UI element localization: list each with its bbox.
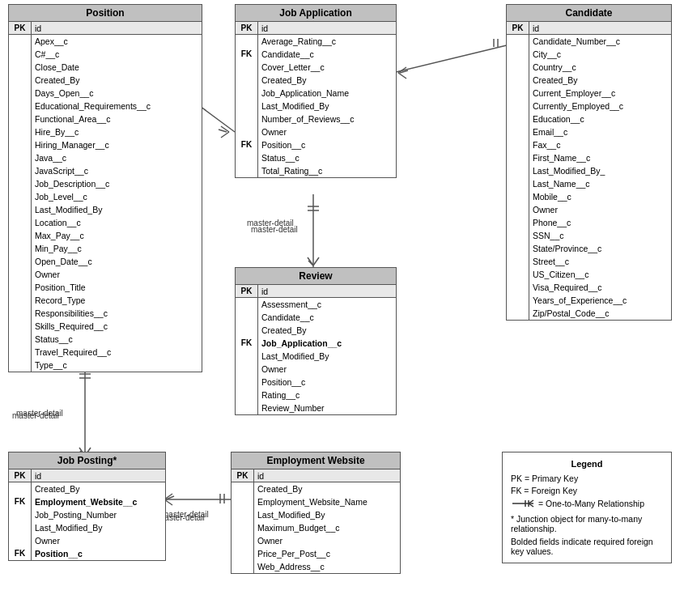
ja-field-status: Status__c bbox=[258, 151, 396, 164]
cand-field-lastmodby: Last_Modified_By_ bbox=[529, 164, 671, 177]
cand-field-visa: Visa_Required__c bbox=[529, 281, 671, 294]
cand-field-education: Education__c bbox=[529, 113, 671, 125]
jp-pk-label: PK bbox=[9, 469, 31, 482]
cand-field-createdby: Created_By bbox=[529, 74, 671, 87]
entity-position: Position PK bbox=[8, 4, 202, 372]
cand-field-country: Country__c bbox=[529, 61, 671, 74]
svg-line-17 bbox=[308, 261, 313, 266]
cand-field-firstname: First_Name__c bbox=[529, 151, 671, 164]
position-field-joblevel: Job_Level__c bbox=[32, 190, 202, 203]
ja-field-lastmod: Last_Modified_By bbox=[258, 100, 396, 113]
rev-field-owner: Owner bbox=[258, 363, 396, 376]
rev-field-rating: Rating__c bbox=[258, 389, 396, 401]
ew-field-maxbudget: Maximum_Budget__c bbox=[254, 521, 400, 534]
ew-field-webaddress: Web_Address__c bbox=[254, 560, 400, 573]
cand-field-city: City__c bbox=[529, 48, 671, 61]
position-field-owner: Owner bbox=[32, 268, 202, 281]
ew-field-owner: Owner bbox=[254, 534, 400, 547]
cand-field-number: Candidate_Number__c bbox=[529, 35, 671, 48]
cand-field-state: State/Province__c bbox=[529, 242, 671, 255]
position-field-maxpay: Max_Pay__c bbox=[32, 229, 202, 242]
position-field-skills: Skills_Required__c bbox=[32, 320, 202, 333]
cand-field-ssn: SSN__c bbox=[529, 229, 671, 242]
svg-line-29 bbox=[166, 496, 174, 499]
entity-candidate: Candidate PK bbox=[506, 4, 672, 321]
position-field-closedate: Close_Date bbox=[32, 61, 202, 74]
cand-field-street: Street__c bbox=[529, 255, 671, 268]
svg-line-16 bbox=[313, 257, 319, 266]
jp-field-position: Position__c bbox=[32, 547, 165, 560]
legend-fk: FK = Foreign Key bbox=[511, 486, 663, 495]
position-field-location: Location__c bbox=[32, 216, 202, 229]
position-field-hiringmgr: Hiring_Manager__c bbox=[32, 138, 202, 151]
position-field-postitle: Position_Title bbox=[32, 281, 202, 294]
position-field-edreq: Educational_Requirements__c bbox=[32, 100, 202, 113]
position-field-funcarea: Functional_Area__c bbox=[32, 113, 202, 125]
ew-field-priceperpost: Price_Per_Post__c bbox=[254, 547, 400, 560]
cand-field-fax: Fax__c bbox=[529, 138, 671, 151]
position-field-resp: Responsibilities__c bbox=[32, 307, 202, 320]
svg-line-6 bbox=[393, 45, 510, 73]
legend-title: Legend bbox=[511, 459, 663, 469]
position-field-daysopen: Days_Open__c bbox=[32, 87, 202, 100]
cand-field-curremp: Currently_Employed__c bbox=[529, 100, 671, 113]
position-field-opendate: Open_Date__c bbox=[32, 255, 202, 268]
ew-field-createdby: Created_By bbox=[254, 482, 400, 495]
position-field-javascript: JavaScript__c bbox=[32, 164, 202, 177]
emp-website-header: Employment Website bbox=[232, 452, 400, 469]
cand-field-uscitizen: US_Citizen__c bbox=[529, 268, 671, 281]
cand-field-yoe: Years_of_Experience__c bbox=[529, 294, 671, 307]
cand-field-owner: Owner bbox=[529, 203, 671, 216]
cand-field-email: Email__c bbox=[529, 125, 671, 138]
position-header: Position bbox=[9, 5, 202, 22]
diagram-container: master-detail master-detail master-detai… bbox=[0, 0, 684, 616]
ew-field-id: id bbox=[254, 469, 400, 482]
rev-field-createdby: Created_By bbox=[258, 324, 396, 337]
rev-field-position: Position__c bbox=[258, 376, 396, 389]
ja-field-candidate: Candidate__c bbox=[258, 48, 396, 61]
ja-field-position: Position__c bbox=[258, 138, 396, 151]
ja-field-name: Job_Application_Name bbox=[258, 87, 396, 100]
review-header: Review bbox=[236, 268, 396, 285]
position-pk-label: PK bbox=[9, 22, 31, 35]
position-field-csharp: C#__c bbox=[32, 48, 202, 61]
entity-review: Review PK FK id Assessment__c Candidate_… bbox=[235, 267, 397, 415]
svg-line-15 bbox=[308, 257, 313, 266]
svg-line-4 bbox=[221, 132, 229, 138]
position-field-status: Status__c bbox=[32, 333, 202, 346]
svg-line-11 bbox=[400, 70, 408, 73]
legend-pk: PK = Primary Key bbox=[511, 474, 663, 483]
ew-field-lastmod: Last_Modified_By bbox=[254, 508, 400, 521]
rev-field-reviewnumber: Review_Number bbox=[258, 401, 396, 414]
ja-field-coverletter: Cover_Letter__c bbox=[258, 61, 396, 74]
cand-field-lastname: Last_Name__c bbox=[529, 177, 671, 190]
ew-pk-label: PK bbox=[232, 469, 253, 482]
position-field-id: id bbox=[32, 22, 202, 35]
svg-line-5 bbox=[219, 130, 227, 132]
svg-line-10 bbox=[398, 73, 406, 79]
jp-field-owner: Owner bbox=[32, 534, 165, 547]
position-field-createdby: Created_By bbox=[32, 74, 202, 87]
entity-employment-website: Employment Website PK id Created_By Empl… bbox=[231, 452, 401, 574]
legend-bolded: Bolded fields indicate required foreign … bbox=[511, 537, 663, 556]
position-fk-empty bbox=[9, 35, 31, 48]
ja-field-avgrating: Average_Rating__c bbox=[258, 35, 396, 48]
jp-field-lastmod: Last_Modified_By bbox=[32, 521, 165, 534]
ja-field-owner: Owner bbox=[258, 125, 396, 138]
rev-field-jobapp: Job_Application__c bbox=[258, 337, 396, 350]
ja-field-totalrating: Total_Rating__c bbox=[258, 164, 396, 177]
jp-field-createdby: Created_By bbox=[32, 482, 165, 495]
ja-field-id: id bbox=[258, 22, 396, 35]
label-master-detail-review: master-detail bbox=[251, 225, 298, 234]
rev-pk-label: PK bbox=[236, 285, 257, 298]
position-field-jobdesc: Job_Description__c bbox=[32, 177, 202, 190]
job-application-header: Job Application bbox=[236, 5, 396, 22]
cand-field-id: id bbox=[529, 22, 671, 35]
label-master-detail-posting: master-detail bbox=[12, 411, 59, 420]
position-field-lastmod: Last_Modified_By bbox=[32, 203, 202, 216]
jp-field-id: id bbox=[32, 469, 165, 482]
svg-line-3 bbox=[221, 126, 229, 132]
legend-onetomany: = One-to-Many Relationship bbox=[511, 498, 663, 509]
legend: Legend PK = Primary Key FK = Foreign Key… bbox=[502, 452, 672, 563]
cand-pk-label: PK bbox=[507, 22, 529, 35]
